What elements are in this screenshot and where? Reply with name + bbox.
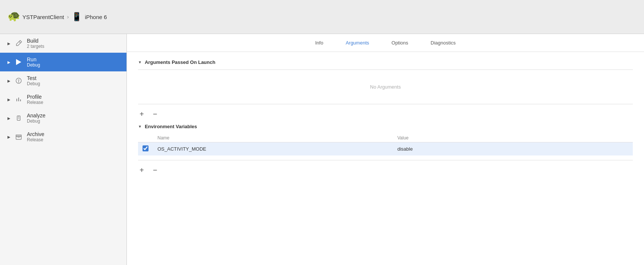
sidebar-item-analyze[interactable]: ▶ Analyze Debug (0, 109, 126, 127)
title-bar: 🐢 YSTParentClient › 📱 iPhone 6 (0, 0, 644, 34)
content-area: Info Arguments Options Diagnostics ▼ Arg… (127, 34, 644, 265)
run-icon (14, 58, 23, 67)
env-row-name: OS_ACTIVITY_MODE (153, 142, 393, 156)
sidebar-test-label: Test (27, 75, 40, 81)
build-text: Build 2 targets (27, 38, 44, 49)
expand-icon-build: ▶ (6, 40, 12, 46)
arguments-bottom-divider (138, 104, 633, 104)
project-name: YSTParentClient (22, 14, 64, 20)
env-section-title: Environment Variables (145, 124, 197, 129)
env-col-name: Name (153, 134, 393, 142)
test-icon (14, 76, 23, 85)
profile-text: Profile Release (27, 94, 43, 105)
arguments-section-header: ▼ Arguments Passed On Launch (138, 59, 633, 65)
sidebar-item-run[interactable]: ▶ Run Debug (0, 53, 126, 71)
test-text: Test Debug (27, 75, 40, 86)
expand-icon-profile: ▶ (6, 96, 12, 102)
device-icon: 📱 (72, 12, 82, 22)
arguments-triangle-icon: ▼ (138, 60, 142, 64)
sidebar-profile-label: Profile (27, 94, 43, 100)
tabs-bar: Info Arguments Options Diagnostics (127, 34, 644, 52)
sidebar-archive-label: Archive (27, 131, 44, 137)
svg-rect-11 (16, 135, 21, 136)
expand-icon-analyze: ▶ (6, 115, 12, 121)
analyze-text: Analyze Debug (27, 113, 46, 124)
sidebar-build-subtitle: 2 targets (27, 44, 44, 49)
breadcrumb-chevron: › (67, 14, 69, 20)
main-container: ▶ Build 2 targets ▶ Run Debug (0, 34, 644, 265)
no-arguments-text: No Arguments (138, 73, 633, 101)
arguments-actions: + − (138, 107, 633, 124)
run-text: Run Debug (27, 56, 40, 68)
svg-point-9 (18, 116, 19, 117)
sidebar-item-build[interactable]: ▶ Build 2 targets (0, 34, 126, 53)
sidebar-item-profile[interactable]: ▶ Profile Release (0, 90, 126, 109)
env-section-header: ▼ Environment Variables (138, 124, 633, 129)
sidebar-analyze-subtitle: Debug (27, 118, 46, 124)
analyze-icon (14, 114, 23, 123)
expand-icon-test: ▶ (6, 78, 12, 84)
sidebar-build-label: Build (27, 38, 44, 44)
sidebar-item-archive[interactable]: ▶ Archive Release (0, 127, 126, 146)
sidebar-run-label: Run (27, 56, 40, 62)
profile-icon (14, 95, 23, 104)
table-row: OS_ACTIVITY_MODE disable (138, 142, 633, 156)
device-name: iPhone 6 (85, 14, 107, 20)
arguments-add-button[interactable]: + (138, 110, 146, 118)
expand-icon-archive: ▶ (6, 134, 12, 140)
archive-icon (14, 132, 23, 141)
arguments-top-divider (138, 70, 633, 70)
env-actions: + − (138, 163, 633, 180)
env-table: Name Value OS_ACTIVITY_MODE disable (138, 134, 633, 155)
sidebar-run-subtitle: Debug (27, 62, 40, 68)
sidebar-analyze-label: Analyze (27, 113, 46, 118)
sidebar-archive-subtitle: Release (27, 137, 44, 142)
env-bottom-divider (138, 160, 633, 160)
tab-options[interactable]: Options (391, 39, 408, 46)
archive-text: Archive Release (27, 131, 44, 142)
sidebar-test-subtitle: Debug (27, 81, 40, 86)
env-triangle-icon: ▼ (138, 124, 142, 129)
sidebar-item-test[interactable]: ▶ Test Debug (0, 71, 126, 90)
svg-line-0 (19, 41, 21, 43)
env-row-value: disable (393, 142, 633, 156)
sidebar-profile-subtitle: Release (27, 100, 43, 105)
project-icon: 🐢 (7, 11, 19, 23)
env-col-value: Value (393, 134, 633, 142)
arguments-section-title: Arguments Passed On Launch (145, 59, 215, 65)
tab-info[interactable]: Info (315, 39, 323, 46)
sidebar: ▶ Build 2 targets ▶ Run Debug (0, 34, 127, 265)
tab-diagnostics[interactable]: Diagnostics (431, 39, 456, 46)
build-icon (14, 39, 23, 48)
env-row-checkbox[interactable] (143, 145, 149, 151)
tab-arguments[interactable]: Arguments (346, 39, 369, 46)
arguments-remove-button[interactable]: − (151, 110, 159, 118)
env-remove-button[interactable]: − (151, 166, 159, 174)
content-body: ▼ Arguments Passed On Launch No Argument… (127, 52, 644, 265)
expand-icon-run: ▶ (6, 59, 12, 65)
env-add-button[interactable]: + (138, 166, 146, 174)
